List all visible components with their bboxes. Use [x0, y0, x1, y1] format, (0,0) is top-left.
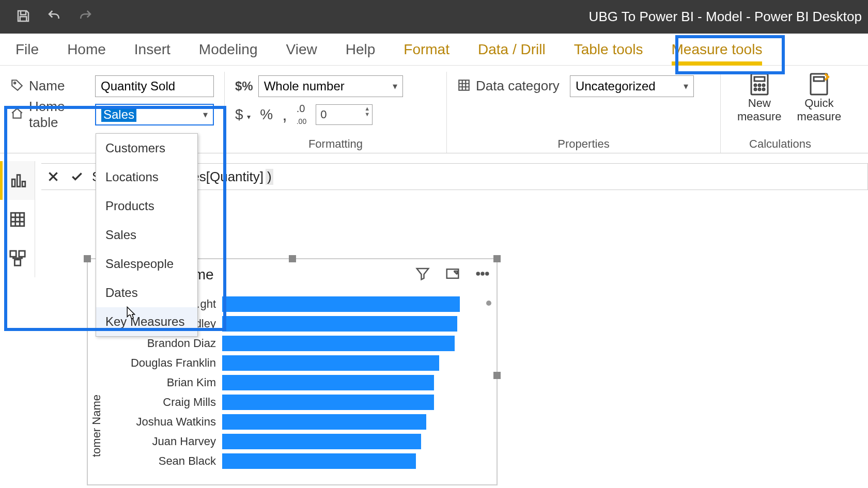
- cancel-formula-button[interactable]: [41, 165, 65, 188]
- view-switcher: [0, 161, 35, 277]
- cursor-pointer-icon: [122, 306, 137, 326]
- group-label: Formatting: [225, 137, 446, 151]
- bar[interactable]: [222, 375, 434, 390]
- resize-handle[interactable]: [84, 255, 91, 262]
- home-table-select[interactable]: Sales ▾: [95, 104, 214, 125]
- svg-point-8: [758, 88, 761, 90]
- svg-rect-12: [12, 179, 15, 186]
- svg-rect-17: [19, 250, 24, 256]
- bar-label: Sean Black: [159, 454, 222, 468]
- group-label: Calculations: [721, 137, 840, 151]
- svg-point-5: [758, 84, 761, 86]
- chevron-down-icon: ▾: [203, 109, 208, 120]
- resize-handle[interactable]: [289, 255, 296, 262]
- tab-modeling[interactable]: Modeling: [199, 41, 258, 58]
- dropdown-item[interactable]: Salespeople: [96, 249, 197, 278]
- svg-point-21: [482, 273, 484, 275]
- focus-mode-icon[interactable]: [445, 266, 460, 284]
- category-icon: [457, 78, 471, 94]
- decimals-input[interactable]: 0 ▲▼: [316, 104, 373, 125]
- data-view-button[interactable]: [0, 200, 35, 239]
- bar[interactable]: [222, 395, 434, 410]
- dropdown-item[interactable]: Sales: [96, 221, 197, 249]
- svg-point-20: [477, 273, 479, 275]
- measure-name-input[interactable]: Quantity Sold: [95, 75, 214, 97]
- bar-row: Douglas Franklin: [222, 353, 497, 373]
- home-table-dropdown: Customers Locations Products Sales Sales…: [96, 133, 198, 337]
- group-label: Properties: [447, 137, 720, 151]
- svg-point-4: [754, 84, 756, 86]
- decimals-icon[interactable]: .0.00: [297, 103, 306, 127]
- home-table-label: Home table: [29, 99, 90, 131]
- dropdown-item[interactable]: Locations: [96, 163, 197, 192]
- bar-row: Brandon Diaz: [222, 334, 497, 353]
- dropdown-item[interactable]: Customers: [96, 134, 197, 163]
- quick-measure-button[interactable]: Quick measure: [791, 72, 848, 123]
- ribbon-group-formatting: $% Whole number ▾ $ ▾ % , .0.00 0 ▲▼ For…: [225, 72, 447, 153]
- bar-row: Sean Black: [222, 451, 497, 471]
- model-view-button[interactable]: [0, 239, 35, 277]
- tab-measure-tools[interactable]: Measure tools: [672, 41, 763, 58]
- bar-label: Brandon Diaz: [147, 337, 222, 350]
- svg-rect-13: [17, 175, 20, 186]
- bar[interactable]: [222, 414, 426, 430]
- dropdown-item[interactable]: Key Measures: [96, 307, 197, 336]
- bar-row: Ronald Bradley: [222, 314, 497, 334]
- filter-icon[interactable]: [415, 266, 430, 284]
- tab-help[interactable]: Help: [346, 41, 376, 58]
- svg-rect-1: [459, 80, 469, 90]
- currency-button[interactable]: $ ▾: [235, 106, 251, 123]
- bar-row: Juan Harvey: [222, 432, 497, 451]
- format-select[interactable]: Whole number ▾: [258, 75, 403, 97]
- home-icon: [10, 107, 24, 122]
- tab-data-drill[interactable]: Data / Drill: [478, 41, 546, 58]
- thousands-button[interactable]: ,: [282, 104, 287, 124]
- tab-format[interactable]: Format: [404, 41, 450, 58]
- dropdown-item[interactable]: Dates: [96, 278, 197, 307]
- svg-point-22: [486, 273, 488, 275]
- tab-view[interactable]: View: [286, 41, 317, 58]
- percent-button[interactable]: %: [260, 106, 273, 123]
- bar[interactable]: [222, 434, 421, 449]
- redo-icon[interactable]: [78, 8, 93, 26]
- dropdown-item[interactable]: Products: [96, 192, 197, 221]
- chevron-down-icon: ▾: [393, 81, 397, 92]
- chevron-down-icon: ▾: [684, 81, 688, 92]
- accept-formula-button[interactable]: [65, 165, 89, 188]
- more-options-icon[interactable]: [475, 266, 490, 284]
- svg-rect-16: [10, 250, 16, 256]
- bar-row: Brian Kim: [222, 373, 497, 392]
- tab-table-tools[interactable]: Table tools: [574, 41, 643, 58]
- report-view-button[interactable]: [0, 161, 35, 200]
- bar[interactable]: [222, 355, 439, 371]
- ribbon-group-properties: Data category Uncategorized ▾ Properties: [447, 72, 721, 153]
- bar[interactable]: [222, 453, 416, 469]
- category-label: Data category: [476, 78, 560, 94]
- name-label: Name: [29, 78, 65, 94]
- svg-rect-3: [754, 77, 765, 81]
- bar[interactable]: [222, 336, 455, 351]
- save-icon[interactable]: [16, 8, 31, 26]
- bar[interactable]: [222, 316, 457, 332]
- bar[interactable]: [222, 296, 460, 312]
- bar-label: Joshua Watkins: [136, 415, 222, 429]
- svg-point-9: [763, 88, 765, 90]
- tab-file[interactable]: File: [16, 41, 39, 58]
- title-bar: UBG To Power BI - Model - Power BI Deskt…: [0, 0, 868, 34]
- bar-label: Craig Mills: [163, 396, 222, 409]
- svg-rect-11: [814, 77, 824, 81]
- undo-icon[interactable]: [47, 8, 62, 26]
- bar-label: Brian Kim: [167, 376, 222, 389]
- resize-handle[interactable]: [493, 255, 501, 262]
- svg-rect-15: [11, 213, 24, 226]
- window-title: UBG To Power BI - Model - Power BI Deskt…: [589, 9, 868, 25]
- tag-icon: [10, 78, 24, 94]
- svg-rect-14: [22, 181, 25, 186]
- new-measure-button[interactable]: New measure: [731, 72, 788, 123]
- data-category-select[interactable]: Uncategorized ▾: [570, 75, 694, 97]
- tab-home[interactable]: Home: [67, 41, 106, 58]
- format-icon: $%: [235, 79, 253, 93]
- tab-insert[interactable]: Insert: [134, 41, 171, 58]
- bar-row: …ght: [222, 294, 497, 314]
- spinner-icon[interactable]: ▲▼: [364, 106, 370, 117]
